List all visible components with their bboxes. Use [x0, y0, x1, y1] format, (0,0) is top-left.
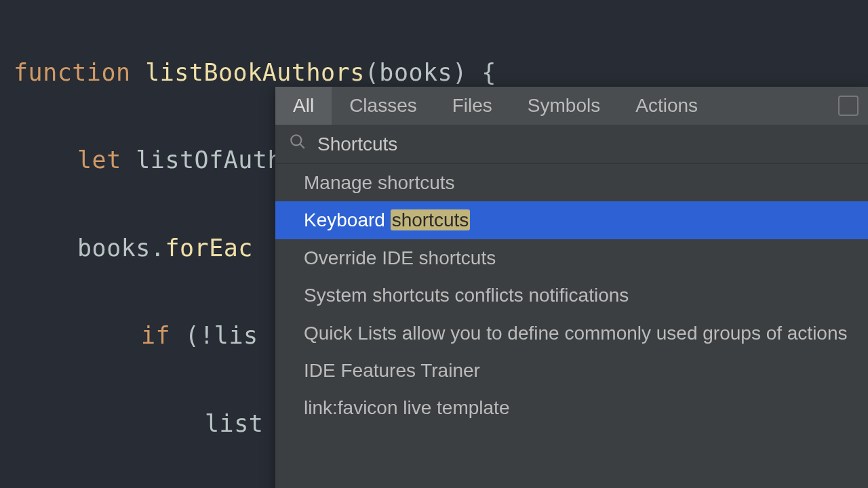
code-text: (!lis [170, 322, 258, 349]
search-everywhere-popup: All Classes Files Symbols Actions Manage… [275, 87, 868, 488]
result-item[interactable]: Override IDE shortcuts [275, 239, 868, 277]
results-list: Manage shortcuts Keyboard shortcuts Over… [275, 164, 868, 488]
result-highlight: shortcuts [391, 209, 471, 230]
result-item[interactable]: System shortcuts conflicts notifications [275, 277, 868, 314]
svg-point-0 [291, 135, 301, 145]
search-icon [289, 133, 307, 155]
code-text: list [205, 410, 263, 437]
result-item-selected[interactable]: Keyboard shortcuts [275, 201, 868, 239]
search-input[interactable] [317, 134, 854, 155]
tab-actions[interactable]: Actions [618, 87, 715, 125]
keyword: function [14, 59, 131, 86]
tab-classes[interactable]: Classes [332, 87, 435, 125]
tab-files[interactable]: Files [435, 87, 510, 125]
include-non-project-checkbox[interactable] [838, 96, 859, 116]
result-prefix: Keyboard [304, 209, 391, 230]
keyword: let [77, 146, 121, 174]
result-item[interactable]: link:favicon live template [275, 389, 868, 426]
search-row [275, 125, 868, 164]
result-item[interactable]: Quick Lists allow you to define commonly… [275, 314, 868, 352]
tab-all[interactable]: All [275, 87, 332, 125]
result-item[interactable]: Manage shortcuts [275, 164, 868, 201]
results-empty-area [275, 427, 868, 488]
method-name: forEac [165, 235, 252, 262]
code-text: books. [77, 235, 165, 262]
tab-bar: All Classes Files Symbols Actions [275, 87, 868, 125]
keyword: if [141, 322, 170, 349]
result-item[interactable]: IDE Features Trainer [275, 352, 868, 389]
svg-line-1 [300, 144, 304, 148]
code-text: (books) { [365, 59, 496, 86]
function-name: listBookAuthors [145, 59, 365, 86]
tab-symbols[interactable]: Symbols [510, 87, 618, 125]
